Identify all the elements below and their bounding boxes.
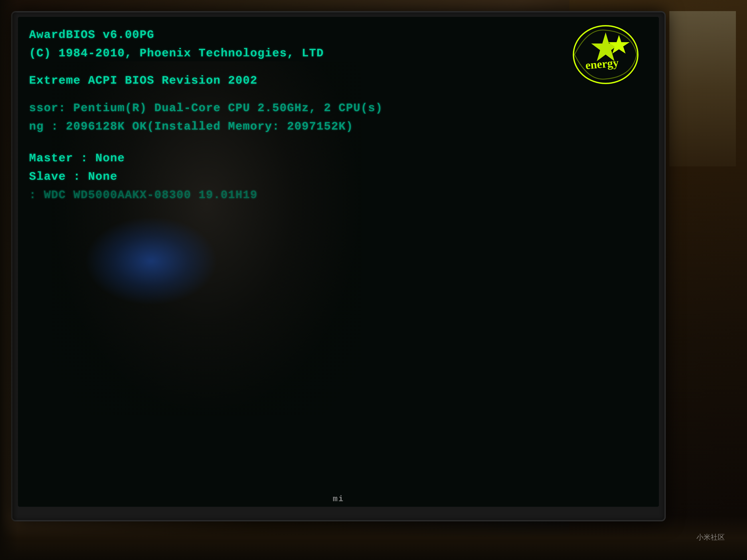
bios-spacer-1 (29, 62, 648, 72)
energy-star-svg: energy (557, 24, 641, 86)
bios-line-2: (C) 1984-2010, Phoenix Technologies, LTD (29, 44, 648, 62)
bios-line-1: AwardBIOS v6.00PG (29, 26, 648, 44)
blue-glow (84, 217, 218, 305)
bios-line-hdd: : WDC WD5000AAKX-08300 19.01H19 (29, 186, 648, 204)
bios-drive-section: Master : None Slave : None : WDC WD5000A… (29, 149, 648, 205)
bios-line-slave: Slave : None (29, 167, 648, 186)
bios-line-4: ssor: Pentium(R) Dual-Core CPU 2.50GHz, … (29, 99, 648, 117)
svg-marker-3 (609, 36, 629, 53)
svg-text:energy: energy (585, 56, 619, 72)
energy-star-logo: energy (557, 24, 641, 86)
monitor-bottom-bar: mi (18, 494, 659, 505)
left-environment (0, 0, 18, 560)
bottom-environment (0, 516, 747, 560)
bios-spacer-3 (29, 136, 648, 145)
window-light (669, 11, 736, 166)
watermark: 小米社区 (696, 532, 725, 542)
bios-line-master: Master : None (29, 149, 648, 167)
bios-line-3: Extreme ACPI BIOS Revision 2002 (29, 72, 648, 90)
monitor-bezel: AwardBIOS v6.00PG (C) 1984-2010, Phoenix… (11, 11, 666, 522)
bios-spacer-2 (29, 90, 648, 99)
mi-logo: mi (333, 495, 344, 504)
monitor-screen: AwardBIOS v6.00PG (C) 1984-2010, Phoenix… (18, 17, 659, 507)
bios-line-5: ng : 2096128K OK(Installed Memory: 20971… (29, 117, 648, 136)
